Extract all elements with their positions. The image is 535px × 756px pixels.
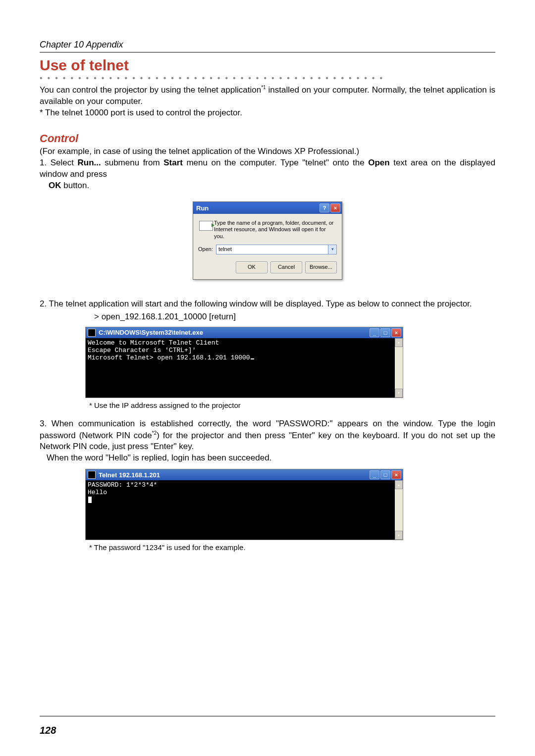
open-label: Open:	[198, 246, 216, 252]
ok-button[interactable]: OK	[236, 261, 268, 273]
scroll-down-icon[interactable]: ▾	[395, 389, 403, 398]
run-body: Type the name of a program, folder, docu…	[193, 214, 342, 279]
console-icon	[88, 471, 96, 479]
close-icon[interactable]: ×	[391, 470, 401, 479]
telnet-console-1: C:\WINDOWS\System32\telnet.exe _ □ × Wel…	[85, 327, 403, 398]
close-icon[interactable]: ×	[391, 328, 401, 337]
run-titlebar: Run ? ×	[193, 202, 342, 214]
run-dialog: Run ? × Type the name of a program, fold…	[193, 202, 342, 280]
maximize-icon[interactable]: □	[380, 470, 390, 479]
minimize-icon[interactable]: _	[370, 328, 379, 337]
run-description: Type the name of a program, folder, docu…	[214, 220, 337, 240]
minimize-icon[interactable]: _	[370, 470, 379, 479]
console-icon	[88, 329, 96, 337]
dotted-divider: ••••••••••••••••••••••••••••••••••••••••…	[40, 76, 495, 80]
run-title: Run	[196, 204, 319, 212]
help-icon[interactable]: ?	[320, 203, 329, 212]
console-2-title: Telnet 192.168.1.201	[99, 471, 160, 479]
telnet-console-2: Telnet 192.168.1.201 _ □ × PASSWORD: 1*2…	[85, 469, 403, 540]
step-2-command: > open_192.168.1.201_10000 [return]	[94, 312, 495, 322]
document-page: Chapter 10 Appendix Use of telnet ••••••…	[0, 0, 535, 756]
control-example: (For example, in case of using the telne…	[40, 146, 495, 157]
browse-button[interactable]: Browse...	[305, 261, 337, 273]
console-titlebar: C:\WINDOWS\System32\telnet.exe _ □ ×	[86, 327, 403, 338]
open-input[interactable]: telnet	[216, 245, 328, 254]
open-combobox[interactable]: telnet ▾	[216, 245, 337, 254]
top-divider	[40, 52, 495, 52]
scroll-up-icon[interactable]: ▴	[395, 480, 403, 489]
console-1-title: C:\WINDOWS\System32\telnet.exe	[99, 329, 203, 336]
bottom-divider	[40, 716, 495, 716]
step-3: 3. When communication is established cor…	[40, 418, 495, 464]
run-app-icon	[198, 220, 214, 240]
subsection-title: Control	[40, 132, 495, 145]
console-1-text: Welcome to Microsoft Telnet Client Escap…	[86, 338, 395, 398]
intro-note: * The telnet 10000 port is used to contr…	[40, 107, 495, 119]
scroll-up-icon[interactable]: ▴	[395, 338, 403, 347]
close-icon[interactable]: ×	[330, 203, 340, 212]
intro-sup: *1	[261, 85, 266, 90]
scrollbar[interactable]: ▴ ▾	[395, 480, 403, 540]
console-2-text: PASSWORD: 1*2*3*4* Hello	[86, 480, 395, 540]
section-title: Use of telnet	[40, 56, 495, 74]
step-1: 1. Select Run... submenu from Start menu…	[40, 157, 495, 192]
step-3-note: * The password "1234" is used for the ex…	[89, 543, 495, 552]
step-2-note: * Use the IP address assigned to the pro…	[89, 401, 495, 409]
console-titlebar: Telnet 192.168.1.201 _ □ ×	[86, 469, 403, 480]
step-2: 2. The telnet application will start and…	[40, 299, 495, 310]
page-number: 128	[40, 725, 56, 736]
maximize-icon[interactable]: □	[380, 328, 390, 337]
intro-text-1: You can control the projector by using t…	[40, 85, 261, 95]
scroll-down-icon[interactable]: ▾	[395, 531, 403, 540]
cancel-button[interactable]: Cancel	[270, 261, 302, 273]
chevron-down-icon[interactable]: ▾	[328, 245, 337, 254]
intro-paragraph: You can control the projector by using t…	[40, 84, 495, 107]
chapter-header: Chapter 10 Appendix	[40, 40, 495, 50]
scrollbar[interactable]: ▴ ▾	[395, 338, 403, 398]
